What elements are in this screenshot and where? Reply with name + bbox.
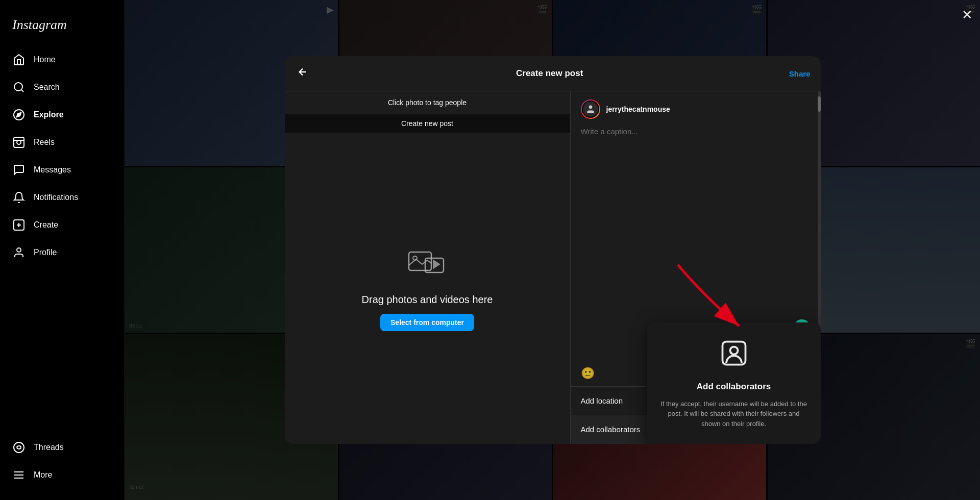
sidebar-item-search[interactable]: Search	[6, 74, 118, 100]
svg-point-10	[17, 248, 21, 252]
reels-icon	[12, 136, 26, 149]
more-icon	[12, 468, 26, 482]
sidebar-item-explore[interactable]: Explore	[6, 102, 118, 128]
sidebar-item-notifications[interactable]: Notifications	[6, 185, 118, 210]
search-icon	[12, 81, 26, 94]
sidebar-label-reels: Reels	[34, 138, 55, 147]
svg-point-11	[14, 442, 24, 453]
close-modal-button[interactable]: ✕	[962, 7, 973, 23]
sidebar-item-home[interactable]: Home	[6, 47, 118, 72]
sidebar-label-create: Create	[34, 220, 58, 230]
sidebar-label-more: More	[34, 470, 52, 480]
avatar	[581, 99, 600, 119]
profile-icon	[12, 246, 26, 259]
main-content: ▶ 🎬 🎬 🎬 debu 🎬 🎬 दाम Its not 🎬 🎬	[125, 0, 980, 500]
collaborators-tooltip: Add collaborators If they accept, their …	[647, 322, 821, 444]
sidebar-item-threads[interactable]: Threads	[6, 435, 118, 460]
modal-share-button[interactable]: Share	[789, 69, 811, 78]
sidebar: Instagram Home Search Explore	[0, 0, 125, 500]
sidebar-label-notifications: Notifications	[34, 193, 78, 202]
svg-rect-4	[14, 137, 24, 147]
messages-icon	[12, 163, 26, 177]
modal-header: Create new post Share	[285, 56, 821, 91]
sidebar-item-reels[interactable]: Reels	[6, 130, 118, 155]
sidebar-item-profile[interactable]: Profile	[6, 240, 118, 265]
svg-point-20	[589, 106, 592, 109]
create-icon	[12, 218, 26, 232]
drag-drop-text: Drag photos and videos here	[362, 294, 493, 306]
avatar-inner	[582, 101, 599, 118]
collab-tooltip-title: Add collaborators	[697, 382, 771, 392]
svg-point-5	[17, 140, 21, 144]
sidebar-label-search: Search	[34, 83, 60, 92]
sidebar-item-create[interactable]: Create	[6, 212, 118, 238]
scrollbar-thumb	[818, 96, 821, 112]
svg-marker-19	[433, 260, 439, 268]
sidebar-label-threads: Threads	[34, 443, 64, 452]
svg-marker-3	[17, 113, 21, 117]
upload-panel: Click photo to tag people Create new pos…	[285, 91, 571, 444]
sidebar-label-profile: Profile	[34, 248, 57, 257]
drag-drop-area[interactable]: Drag photos and videos here Select from …	[285, 133, 570, 444]
select-from-computer-button[interactable]: Select from computer	[380, 314, 474, 331]
create-new-post-bar: Create new post	[285, 114, 570, 133]
sidebar-item-more[interactable]: More	[6, 462, 118, 488]
username-label: jerrythecatnmouse	[606, 105, 670, 113]
create-post-modal: Create new post Share Click photo to tag…	[285, 56, 821, 444]
user-info-row: jerrythecatnmouse	[571, 91, 821, 127]
home-icon	[12, 53, 26, 66]
modal-body: Click photo to tag people Create new pos…	[285, 91, 821, 444]
emoji-button[interactable]: 🙂	[581, 367, 595, 380]
modal-title: Create new post	[516, 68, 583, 79]
threads-icon	[12, 441, 26, 454]
instagram-logo[interactable]: Instagram	[6, 10, 118, 47]
sidebar-label-messages: Messages	[34, 165, 71, 174]
collab-tooltip-desc: If they accept, their username will be a…	[659, 399, 808, 429]
sidebar-label-home: Home	[34, 55, 56, 64]
explore-icon	[12, 108, 26, 121]
notifications-icon	[12, 191, 26, 204]
media-upload-icon	[407, 246, 448, 286]
caption-input[interactable]	[581, 127, 811, 168]
svg-point-0	[14, 83, 22, 91]
modal-back-button[interactable]	[295, 64, 310, 83]
sidebar-label-explore: Explore	[34, 110, 64, 119]
sidebar-item-messages[interactable]: Messages	[6, 157, 118, 183]
svg-point-25	[730, 346, 738, 354]
tag-people-bar: Click photo to tag people	[285, 91, 570, 114]
svg-line-1	[21, 90, 23, 92]
collaborators-big-icon	[719, 338, 749, 374]
add-collaborators-label: Add collaborators	[581, 425, 641, 434]
add-location-label: Add location	[581, 396, 623, 405]
right-panel: jerrythecatnmouse 🙂 0/2,200 G Add locati…	[571, 91, 821, 444]
